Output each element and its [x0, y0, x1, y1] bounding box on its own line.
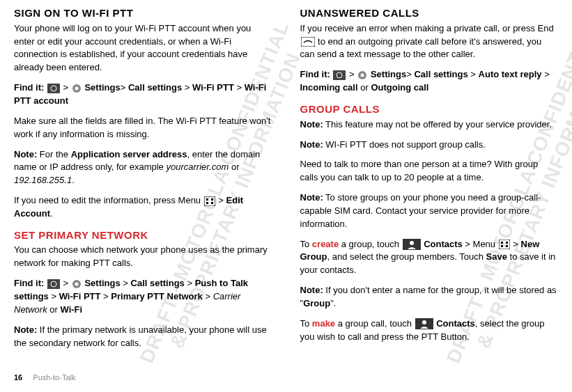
launcher-icon [333, 70, 346, 80]
create-word: create [312, 239, 339, 249]
contacts-icon [415, 318, 433, 329]
group-default-name: Group [303, 298, 330, 308]
heading-unanswered: Unanswered calls [300, 6, 559, 21]
note-label: Note: [300, 192, 323, 203]
gear-icon [72, 84, 82, 93]
text: To [300, 318, 312, 329]
section-name: Push-to-Talk [33, 373, 75, 382]
text: or [358, 82, 371, 93]
svg-rect-7 [206, 202, 208, 204]
menu-key-icon [499, 240, 510, 249]
settings-label: Settings [84, 82, 120, 93]
wifi-label: Wi-Fi [60, 304, 82, 315]
save-label: Save [486, 251, 507, 262]
text: If you need to edit the information, pre… [14, 195, 203, 205]
text: For the [37, 149, 70, 159]
svg-rect-5 [206, 198, 208, 201]
create-group-row: To create a group, touch Contacts > Menu… [300, 238, 559, 278]
heading-group-calls: Group calls [300, 102, 559, 117]
text: To store groups on your phone you need a… [300, 192, 541, 229]
left-column: Sign on to Wi-Fi PTT Your phone will log… [14, 6, 272, 356]
end-key-icon [301, 37, 315, 47]
page-number: 16 [14, 373, 22, 382]
svg-point-26 [422, 320, 426, 324]
find-it-label: Find it: [14, 278, 44, 288]
para: If you receive an error when making a pr… [300, 22, 559, 62]
find-it-label: Find it: [300, 69, 330, 79]
text: . [50, 208, 53, 219]
note-row: Note: To store groups on your phone you … [300, 191, 559, 231]
note-label: Note: [14, 324, 37, 335]
text: To [300, 239, 312, 249]
text: If the primary network is unavailable, y… [14, 324, 267, 348]
text: ". [330, 298, 336, 308]
svg-point-17 [361, 73, 364, 77]
text: or [229, 162, 239, 172]
text: > [216, 195, 226, 205]
example-domain: yourcarrier.com [166, 162, 229, 172]
text: This feature may not be offered by your … [323, 119, 552, 130]
svg-rect-24 [506, 245, 508, 247]
svg-rect-6 [211, 198, 213, 201]
svg-rect-4 [204, 196, 215, 206]
text: a group call, touch [335, 318, 414, 329]
right-column: Unanswered calls If you receive an error… [300, 6, 559, 356]
svg-rect-14 [333, 70, 346, 80]
find-it-row: Find it: > Settings> Call settings > Aut… [300, 68, 559, 95]
text: , and select the group members. Touch [327, 251, 486, 262]
para: Make sure all the fields are filled in. … [14, 115, 272, 141]
para: Need to talk to more than one person at … [300, 158, 559, 185]
find-it-row: Find it: > Settings > Call settings > Pu… [14, 277, 272, 317]
note-row: Note: If you don't enter a name for the … [300, 284, 559, 311]
svg-rect-21 [501, 242, 503, 244]
page-content: Sign on to Wi-Fi PTT Your phone will log… [0, 0, 572, 356]
note-label: Note: [300, 139, 323, 150]
para: You can choose which network your phone … [14, 244, 272, 270]
primary-ptt-label: Primary PTT Network [111, 291, 203, 301]
make-call-row: To make a group call, touch Contacts, se… [300, 317, 559, 344]
text: If you receive an error when making a pr… [300, 23, 554, 33]
footer: 16 Push-to-Talk [14, 373, 75, 384]
find-it-row: Find it: > Settings> Call settings > Wi-… [14, 81, 272, 108]
note-label: Note: [14, 149, 37, 159]
svg-point-12 [75, 282, 78, 285]
text: a group, touch [339, 239, 401, 249]
text: to end an outgoing private call before i… [300, 36, 542, 60]
note-row: Note: WI-Fi PTT does not support group c… [300, 139, 559, 152]
call-settings-label: Call settings [131, 278, 185, 288]
contacts-label: Contacts [424, 239, 463, 249]
gear-icon [357, 70, 367, 80]
launcher-icon [47, 279, 60, 289]
make-word: make [312, 318, 335, 329]
svg-point-3 [75, 86, 78, 90]
settings-label: Settings [371, 69, 406, 79]
example-ip: 192.168.255.1 [14, 175, 72, 185]
svg-rect-13 [301, 37, 315, 47]
text: . [72, 175, 75, 185]
contacts-label: Contacts [436, 318, 475, 329]
para: Your phone will log on to your Wi-Fi PTT… [14, 22, 272, 75]
text: > Menu [463, 239, 498, 249]
menu-key-icon [204, 196, 215, 206]
outgoing-call-label: Outgoing call [371, 82, 428, 93]
call-settings-label: Call settings [414, 69, 467, 79]
svg-rect-22 [506, 242, 508, 244]
wifi-ptt-label: Wi-Fi PTT [192, 82, 234, 93]
note-row: Note: If the primary network is unavaila… [14, 324, 272, 350]
call-settings-label: Call settings [128, 82, 182, 93]
svg-rect-23 [501, 245, 503, 247]
note-row: Note: This feature may not be offered by… [300, 118, 559, 132]
note-row: Note: For the Application server address… [14, 148, 272, 188]
text: WI-Fi PTT does not support group calls. [323, 139, 486, 150]
find-it-label: Find it: [14, 82, 44, 93]
text: > [511, 239, 521, 249]
svg-rect-9 [47, 279, 60, 289]
incoming-call-label: Incoming call [300, 82, 358, 93]
svg-rect-20 [499, 240, 510, 249]
note-label: Note: [300, 119, 323, 130]
note-label: Note: [300, 285, 323, 295]
launcher-icon [47, 84, 60, 93]
svg-point-19 [410, 241, 414, 245]
svg-rect-0 [47, 84, 60, 93]
text: If you don't enter a name for the group,… [300, 285, 557, 308]
